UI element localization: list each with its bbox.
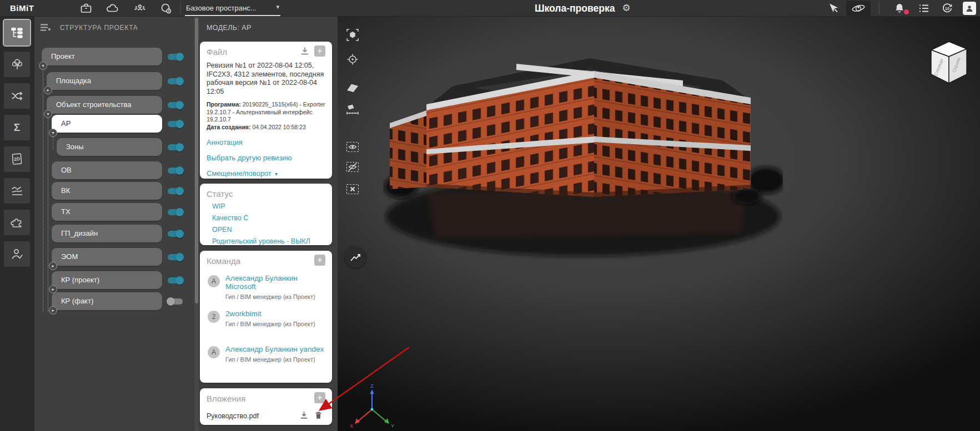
sidebar-item-structure[interactable] <box>4 20 30 45</box>
tree-item-pill[interactable]: Проект <box>42 48 162 65</box>
workspace-underline <box>185 15 280 16</box>
offset-rotate-link[interactable]: Смещение/поворот▾ <box>207 169 325 178</box>
projects-briefcase-icon[interactable] <box>79 2 93 15</box>
expander-icon[interactable]: ▾ <box>49 129 57 137</box>
visibility-toggle[interactable] <box>168 168 183 174</box>
add-attachment-button[interactable]: + <box>314 392 325 403</box>
team-card-label: Команда <box>207 256 240 266</box>
attachments-card: Вложения + Руководство.pdf <box>200 388 332 425</box>
list-menu-icon[interactable] <box>917 2 931 15</box>
building-model[interactable] <box>383 47 783 291</box>
hide-selected-eye-off-icon[interactable] <box>345 160 360 174</box>
member-role: Гип / BIM менеджер (из Проект) <box>225 356 325 363</box>
status-item[interactable]: OPEN <box>212 226 325 234</box>
visibility-toggle[interactable] <box>168 54 183 60</box>
visibility-toggle[interactable] <box>168 231 183 237</box>
tree-item-pill[interactable]: ВК <box>52 182 162 200</box>
tree-item-pill[interactable]: Объект строительства <box>47 96 162 114</box>
sidebar-item-clash-shuffle[interactable] <box>4 83 30 109</box>
visibility-toggle[interactable] <box>168 102 183 108</box>
panel-scrollbar[interactable] <box>194 17 199 431</box>
attachment-row: Руководство.pdf <box>207 410 325 422</box>
viewport-3d[interactable]: Спереди Справа Z X Y <box>338 17 980 431</box>
visibility-toggle[interactable] <box>168 121 183 127</box>
status-item[interactable]: WIP <box>212 202 325 211</box>
focus-selection-icon[interactable] <box>345 28 360 42</box>
tree-item-ov: ОВ <box>34 161 194 184</box>
expander-icon[interactable]: ▸ <box>49 262 57 270</box>
tree-item-pill[interactable]: Площадка <box>47 72 162 90</box>
choose-revision-link[interactable]: Выбрать другую ревизию <box>207 154 325 162</box>
tree-item-pill[interactable]: АР <box>52 115 162 133</box>
visibility-toggle[interactable] <box>168 298 183 305</box>
axis-y-label: Y <box>391 423 394 429</box>
sidebar-item-2d-docs[interactable]: 2D <box>4 146 30 172</box>
measure-icon[interactable] <box>345 102 360 116</box>
status-item[interactable]: Родительский уровень - ВЫКЛ <box>212 237 325 246</box>
tree-item-pill[interactable]: ОВ <box>52 161 162 179</box>
sidebar-item-user-check[interactable] <box>4 241 30 267</box>
attachment-filename: Руководство.pdf <box>207 412 259 420</box>
expander-icon[interactable]: ▾ <box>44 110 52 118</box>
orbit-tool-button[interactable] <box>846 1 871 16</box>
history-icon[interactable]: 10 <box>941 2 954 15</box>
topbar-divider <box>180 2 181 14</box>
expander-icon[interactable]: ▸ <box>44 86 52 94</box>
team-member: 2 2workbimit Гип / BIM менеджер (из Прое… <box>207 310 325 337</box>
member-name-link[interactable]: Александр Буланкин yandex <box>225 345 325 353</box>
download-icon[interactable] <box>299 410 309 420</box>
trash-icon[interactable] <box>314 410 323 420</box>
team-users-icon[interactable] <box>133 2 147 15</box>
tree-item-pill[interactable]: КР (факт) <box>52 292 162 310</box>
visibility-toggle[interactable] <box>168 144 183 150</box>
visibility-toggle[interactable] <box>168 209 183 215</box>
sidebar-item-plugins-puzzle[interactable] <box>4 210 30 235</box>
visibility-toggle[interactable] <box>168 277 183 283</box>
scrollbar-thumb[interactable] <box>195 18 198 303</box>
annotation-link[interactable]: Аннотация <box>207 138 325 146</box>
select-cursor-icon[interactable] <box>827 2 840 15</box>
expander-icon[interactable]: ▸ <box>49 306 57 315</box>
chevron-down-icon: ▾ <box>275 171 278 177</box>
tree-item-pill[interactable]: ЭОМ <box>52 248 162 266</box>
sort-icon[interactable] <box>40 23 51 32</box>
tree-item-pill[interactable]: ГП_дизайн <box>52 225 162 242</box>
sidebar-item-graphs[interactable] <box>4 178 30 204</box>
structure-panel-title: СТРУКТУРА ПРОЕКТА <box>60 24 138 32</box>
clear-selection-icon[interactable] <box>345 182 360 196</box>
locate-target-icon[interactable] <box>345 52 360 67</box>
show-selected-eye-icon[interactable] <box>345 140 360 154</box>
sidebar-item-sum[interactable]: Σ <box>4 115 30 140</box>
tool-sidebar: Σ 2D <box>0 17 34 431</box>
member-name-link[interactable]: Александр Буланкин Microsoft <box>225 274 325 291</box>
visibility-toggle[interactable] <box>168 78 183 84</box>
view-cube[interactable]: Спереди Справа <box>927 37 971 88</box>
project-title: Школа-проверка <box>535 3 615 14</box>
versions-clock-icon[interactable] <box>159 2 173 15</box>
member-name-link[interactable]: 2workbimit <box>225 310 325 318</box>
analytics-trend-button[interactable] <box>345 247 366 268</box>
sidebar-item-site-tree[interactable] <box>4 52 30 77</box>
tree-item-pill[interactable]: ТХ <box>52 203 162 221</box>
axis-z-label: Z <box>370 383 374 389</box>
expander-icon[interactable]: ▸ <box>49 285 57 293</box>
notification-badge <box>904 9 909 14</box>
tree-item-pill[interactable]: Зоны <box>57 138 162 156</box>
svg-text:2D: 2D <box>13 156 20 162</box>
workspace-selector[interactable]: Базовое пространс... ▾ <box>185 2 280 14</box>
download-icon[interactable] <box>300 46 310 56</box>
cloud-icon[interactable] <box>105 2 119 15</box>
visibility-toggle[interactable] <box>168 254 183 260</box>
add-member-button[interactable]: + <box>314 255 325 266</box>
tree-item-project: Проект▾ <box>34 48 194 70</box>
visibility-toggle[interactable] <box>168 188 183 194</box>
tree-item-zones: Зоны <box>34 138 194 160</box>
status-item[interactable]: Качество С <box>212 214 325 222</box>
bimit-app: BiMiT Базовое пространс... ▾ Школа-прове… <box>0 0 980 431</box>
tree-item-pill[interactable]: КР (проект) <box>52 271 162 289</box>
add-file-button[interactable]: + <box>314 45 325 57</box>
project-settings-gear-icon[interactable]: ⚙ <box>622 2 630 15</box>
expander-icon[interactable]: ▾ <box>39 62 47 70</box>
section-plane-icon[interactable] <box>345 81 360 95</box>
user-avatar[interactable] <box>963 2 976 15</box>
